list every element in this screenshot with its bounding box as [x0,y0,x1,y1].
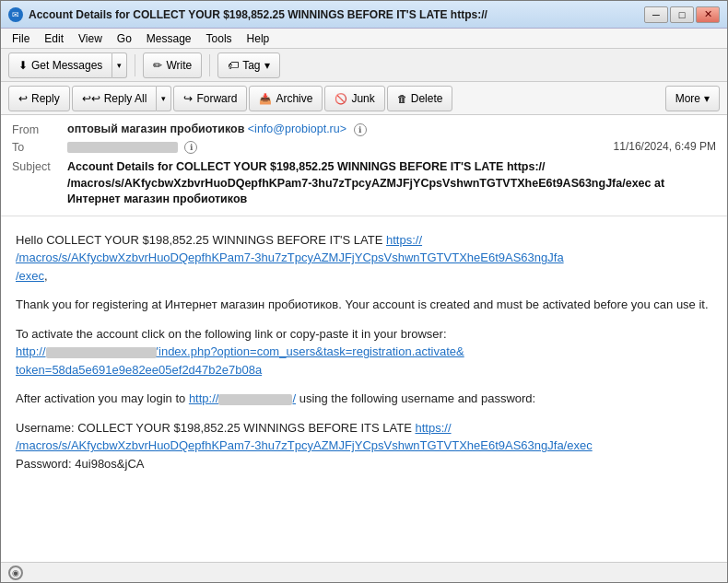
menu-file[interactable]: File [5,30,37,47]
reply-all-group: Reply All ▾ [72,86,172,111]
from-label: From [12,122,67,136]
junk-label: Junk [351,92,374,105]
reply-button[interactable]: Reply [8,86,70,111]
activate-paragraph: To activate the account click on the fol… [16,325,712,379]
tag-arrow-icon: ▾ [264,59,270,72]
login-paragraph: After activation you may login to http:/… [16,390,712,408]
delete-label: Delete [411,92,443,105]
archive-label: Archive [276,92,312,105]
username-text: Username: COLLECT YOUR $198,852.25 WINNI… [16,421,412,435]
menu-message[interactable]: Message [139,30,199,47]
reply-all-label: Reply All [104,92,147,105]
subject-label: Subject [12,159,67,173]
from-value: оптовый магазин пробиотиков <info@probio… [67,122,716,136]
to-label: To [12,140,67,154]
thanks-paragraph: Thank you for registering at Интернет ма… [16,296,712,314]
more-arrow-icon: ▾ [704,92,710,105]
reply-all-button[interactable]: Reply All [72,86,158,111]
app-icon [8,7,23,22]
forward-label: Forward [196,92,237,105]
reply-icon [18,92,28,105]
login-url-blurred [218,394,292,405]
tag-label: Tag [242,59,260,72]
menu-edit[interactable]: Edit [37,30,71,47]
forward-button[interactable]: Forward [173,86,247,111]
recipient-blurred [67,142,178,153]
activate-prefix: To activate the account click on the fol… [16,327,447,341]
forward-icon [183,92,193,105]
from-row: From оптовый магазин пробиотиков <info@p… [12,121,716,138]
recipient-info-icon[interactable]: ℹ [184,141,197,154]
more-label: More [675,92,700,105]
credentials-paragraph: Username: COLLECT YOUR $198,852.25 WINNI… [16,419,712,473]
main-toolbar: Get Messages ▾ Write Tag ▾ [1,49,727,82]
write-icon [153,59,162,72]
password-text: Password: 4ui98os&jCA [16,457,144,471]
to-value: ℹ [67,140,614,154]
activation-url-blurred [46,347,157,358]
maximize-button[interactable]: □ [670,6,694,23]
minimize-button[interactable]: ─ [644,6,668,23]
delete-button[interactable]: Delete [387,86,453,111]
login-prefix: After activation you may login to [16,391,185,405]
reply-all-icon [82,92,100,105]
status-bar: ◉ [1,562,727,582]
window-controls: ─ □ ✕ [644,6,720,23]
get-messages-label: Get Messages [31,59,102,72]
email-body: Hello COLLECT YOUR $198,852.25 WINNINGS … [1,216,727,563]
tag-button[interactable]: Tag ▾ [217,52,279,78]
sender-name: оптовый магазин пробиотиков [67,122,244,135]
delete-icon [397,92,407,105]
menu-help[interactable]: Help [240,30,277,47]
subject-value: Account Details for COLLECT YOUR $198,85… [67,159,716,208]
get-messages-icon [18,59,28,72]
get-messages-group: Get Messages ▾ [8,52,127,78]
login-link[interactable]: http:/// [189,391,296,405]
subject-row: Subject Account Details for COLLECT YOUR… [12,156,716,210]
email-header: From оптовый магазин пробиотиков <info@p… [1,115,727,216]
more-button[interactable]: More ▾ [665,86,720,111]
archive-icon [259,92,272,105]
menu-bar: File Edit View Go Message Tools Help [1,29,727,49]
status-icon: ◉ [8,566,23,580]
close-button[interactable]: ✕ [696,6,720,23]
menu-view[interactable]: View [71,30,110,47]
write-label: Write [166,59,192,72]
reply-label: Reply [31,92,60,105]
junk-icon [335,92,347,105]
write-button[interactable]: Write [143,52,202,78]
junk-button[interactable]: Junk [324,86,384,111]
title-bar: Account Details for COLLECT YOUR $198,85… [1,1,727,29]
separator-1 [135,54,135,76]
window-title: Account Details for COLLECT YOUR $198,85… [29,8,644,21]
email-window: Account Details for COLLECT YOUR $198,85… [0,0,728,583]
action-bar: Reply Reply All ▾ Forward Archive Junk D… [1,82,727,115]
tag-icon [228,59,239,72]
sender-info-icon[interactable]: ℹ [354,123,367,136]
archive-button[interactable]: Archive [249,86,323,111]
reply-all-arrow[interactable]: ▾ [157,86,171,111]
thanks-text: Thank you for registering at Интернет ма… [16,297,709,311]
greeting-paragraph: Hello COLLECT YOUR $198,852.25 WINNINGS … [16,231,712,286]
get-messages-button[interactable]: Get Messages [8,52,112,78]
sender-email[interactable]: <info@probiopt.ru> [248,122,346,135]
activation-link[interactable]: http://'index.php?option=com_users&task=… [16,344,464,377]
separator-2 [209,54,210,76]
greeting-text: Hello COLLECT YOUR $198,852.25 WINNINGS … [16,233,382,247]
login-suffix: using the following username and passwor… [299,391,536,405]
menu-tools[interactable]: Tools [199,30,240,47]
email-date: 11/16/2024, 6:49 PM [614,140,716,153]
get-messages-arrow[interactable]: ▾ [112,52,127,78]
to-row: To ℹ 11/16/2024, 6:49 PM [12,138,716,156]
menu-go[interactable]: Go [110,30,139,47]
